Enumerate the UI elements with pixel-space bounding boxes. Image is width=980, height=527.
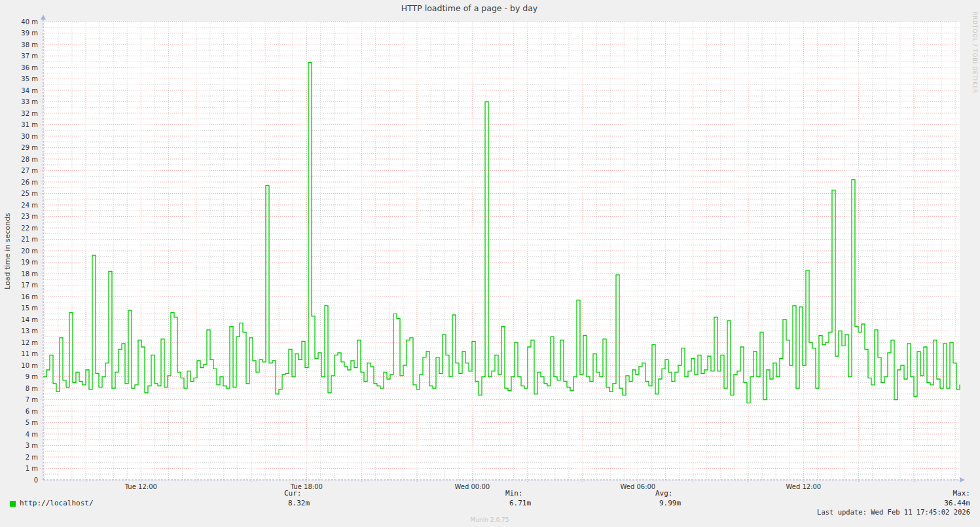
y-tick-label: 15 m <box>21 304 38 312</box>
stat-max-label: Max: <box>953 489 971 498</box>
y-tick-label: 4 m <box>26 431 38 438</box>
y-tick-label: 7 m <box>26 396 38 403</box>
y-axis-arrow-icon <box>41 14 46 20</box>
x-tick-label: Wed 12:00 <box>786 483 821 490</box>
y-tick-label: 18 m <box>21 270 38 278</box>
y-tick-label: 29 m <box>21 144 38 151</box>
x-tick-label: Tue 12:00 <box>124 483 157 490</box>
y-tick-label: 0 <box>34 477 38 484</box>
y-tick-label: 34 m <box>21 87 38 94</box>
y-tick-label: 25 m <box>21 190 38 197</box>
y-tick-label: 19 m <box>21 259 38 266</box>
y-axis-label: Load time in seconds <box>3 202 12 300</box>
y-tick-label: 39 m <box>21 29 38 37</box>
y-tick-label: 38 m <box>21 41 38 48</box>
y-tick-label: 13 m <box>21 327 38 335</box>
y-tick-label: 11 m <box>21 350 38 357</box>
stat-cur: Cur:8.32m <box>284 488 310 508</box>
y-tick-label: 28 m <box>21 156 38 163</box>
y-tick-label: 20 m <box>21 247 38 255</box>
last-update: Last update: Wed Feb 11 17:45:02 2026 <box>817 508 970 516</box>
legend-swatch-icon <box>10 501 16 507</box>
y-tick-label: 16 m <box>21 293 38 300</box>
loadtime-chart: 01 m2 m3 m4 m5 m6 m7 m8 m9 m10 m11 m12 m… <box>0 0 980 527</box>
y-tick-label: 21 m <box>21 236 38 243</box>
y-tick-label: 22 m <box>21 225 38 232</box>
page-title: HTTP loadtime of a page - by day <box>401 3 538 13</box>
y-tick-label: 23 m <box>21 213 38 220</box>
munin-version: Munin 2.0.75 <box>471 517 509 523</box>
x-axis-arrow-icon <box>960 477 965 482</box>
stat-cur-value: 8.32m <box>284 498 310 508</box>
y-tick-label: 10 m <box>21 362 38 369</box>
stat-cur-label: Cur: <box>284 489 302 498</box>
stat-avg-label: Avg: <box>655 489 673 498</box>
stat-min-label: Min: <box>505 489 523 498</box>
y-tick-label: 24 m <box>21 202 38 209</box>
y-tick-label: 1 m <box>26 465 38 472</box>
stat-avg: Avg:9.99m <box>655 488 681 508</box>
y-tick-label: 2 m <box>26 454 38 461</box>
stat-avg-value: 9.99m <box>655 498 681 508</box>
stat-max-value: 36.44m <box>944 498 970 508</box>
y-tick-label: 6 m <box>26 408 38 415</box>
y-tick-label: 37 m <box>21 52 38 60</box>
legend-label: http://localhost/ <box>20 499 94 507</box>
y-tick-label: 5 m <box>26 419 38 426</box>
y-tick-label: 17 m <box>21 282 38 289</box>
y-tick-label: 27 m <box>21 167 38 174</box>
y-tick-label: 3 m <box>26 442 38 449</box>
y-tick-label: 12 m <box>21 339 38 346</box>
x-tick-label: Wed 06:00 <box>620 483 655 490</box>
y-tick-label: 33 m <box>21 98 38 105</box>
rrdtool-watermark: RRDTOOL / TOBI OETIKER <box>971 12 977 94</box>
y-tick-label: 36 m <box>21 64 38 71</box>
y-tick-label: 32 m <box>21 110 38 117</box>
stat-min: Min:6.71m <box>505 488 531 508</box>
stat-max: Max:36.44m <box>944 488 970 508</box>
y-tick-label: 35 m <box>21 75 38 82</box>
y-tick-label: 9 m <box>26 373 38 380</box>
x-tick-label: Wed 00:00 <box>454 483 490 490</box>
y-tick-label: 26 m <box>21 179 38 186</box>
y-tick-label: 14 m <box>21 316 38 323</box>
y-tick-label: 40 m <box>21 18 38 26</box>
y-tick-label: 8 m <box>26 385 38 392</box>
y-tick-label: 30 m <box>21 133 38 140</box>
stat-min-value: 6.71m <box>505 498 531 508</box>
munin-graph-page: { "title": "HTTP loadtime of a page - by… <box>0 0 980 527</box>
y-tick-label: 31 m <box>21 121 38 128</box>
